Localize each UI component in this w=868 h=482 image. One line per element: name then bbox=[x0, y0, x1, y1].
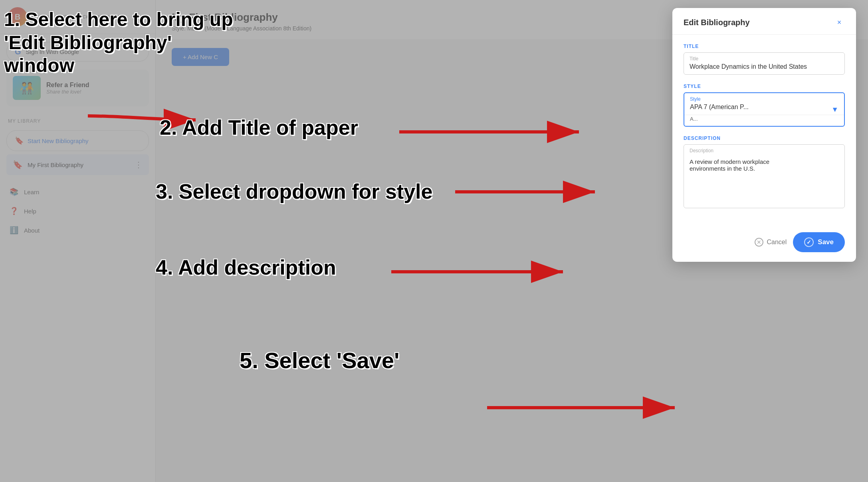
style-section: STYLE Style APA 7 (American P... ▼ A... bbox=[684, 84, 845, 127]
modal-body: TITLE Title Workplace Dynamics in the Un… bbox=[672, 35, 856, 226]
title-field-placeholder: Title bbox=[684, 53, 844, 62]
style-select-wrapper[interactable]: Style APA 7 (American P... ▼ A... bbox=[684, 92, 845, 127]
description-placeholder: Description bbox=[684, 145, 844, 154]
style-option-extra: A... bbox=[684, 115, 844, 126]
cancel-label: Cancel bbox=[767, 239, 787, 246]
modal-header: Edit Bibliography × bbox=[672, 8, 856, 35]
modal-footer: ✕ Cancel ✓ Save bbox=[672, 226, 856, 262]
description-textarea-wrapper[interactable]: Description A review of modern workplace… bbox=[684, 144, 845, 208]
modal-title: Edit Bibliography bbox=[684, 18, 750, 27]
cancel-button[interactable]: ✕ Cancel bbox=[755, 238, 787, 247]
style-field-placeholder: Style bbox=[684, 93, 844, 103]
save-check-icon: ✓ bbox=[804, 237, 814, 247]
cancel-icon: ✕ bbox=[755, 238, 763, 247]
dropdown-arrow-icon: ▼ bbox=[831, 106, 838, 114]
save-label: Save bbox=[818, 238, 834, 246]
style-section-label: STYLE bbox=[684, 84, 845, 89]
title-field-value: Workplace Dynamics in the United States bbox=[684, 62, 844, 74]
title-section: TITLE Title Workplace Dynamics in the Un… bbox=[684, 44, 845, 75]
title-input-wrapper[interactable]: Title Workplace Dynamics in the United S… bbox=[684, 52, 845, 75]
modal-close-button[interactable]: × bbox=[834, 17, 845, 28]
description-section-label: DESCRIPTION bbox=[684, 135, 845, 141]
edit-bibliography-modal: Edit Bibliography × TITLE Title Workplac… bbox=[672, 8, 856, 262]
description-section: DESCRIPTION Description A review of mode… bbox=[684, 135, 845, 208]
save-button[interactable]: ✓ Save bbox=[793, 232, 845, 252]
style-field-value: APA 7 (American P... bbox=[684, 103, 844, 115]
title-section-label: TITLE bbox=[684, 44, 845, 49]
description-textarea[interactable]: A review of modern workplace environment… bbox=[684, 154, 844, 206]
